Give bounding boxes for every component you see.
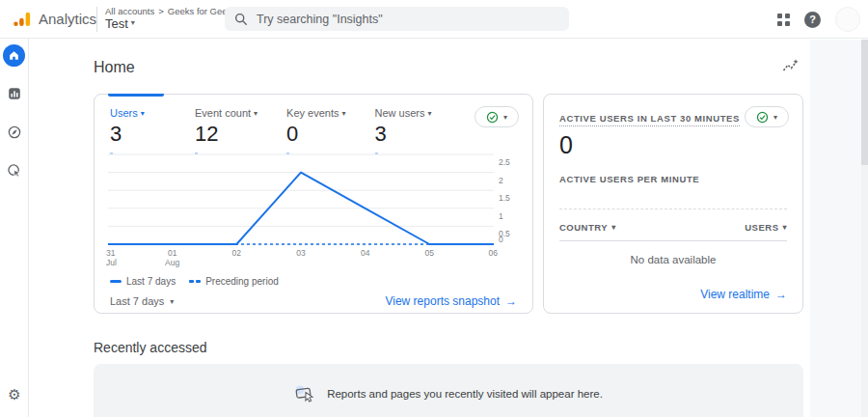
recently-accessed-panel: Reports and pages you recently visited w…	[94, 364, 803, 417]
view-reports-snapshot-link[interactable]: View reports snapshot →	[385, 294, 517, 308]
chevron-down-icon: ▾	[131, 19, 135, 28]
admin-gear-icon[interactable]: ⚙	[0, 386, 29, 403]
metric-tabs: Users ▾ 3 Event count ▾ 12 Key events ▾	[95, 95, 532, 154]
legend-item-last-7-days: Last 7 days	[110, 276, 176, 287]
top-header: Analytics All accounts > Geeks for Geeks…	[0, 0, 868, 39]
sidebar-item-home[interactable]	[3, 44, 25, 67]
svg-text:1.5: 1.5	[499, 193, 510, 203]
metric-tab-event-count[interactable]: Event count ▾ 12	[195, 107, 258, 154]
solid-line-swatch	[110, 280, 122, 283]
column-label: COUNTRY	[559, 222, 608, 233]
view-realtime-link[interactable]: View realtime →	[700, 288, 787, 301]
chart-legend: Last 7 days Preceding period	[110, 276, 279, 287]
svg-text:03: 03	[296, 248, 306, 258]
data-quality-button[interactable]: ▾	[745, 106, 789, 127]
insights-button[interactable]	[779, 55, 800, 76]
breadcrumb-root: All accounts	[105, 7, 154, 16]
data-quality-button[interactable]: ▾	[475, 106, 519, 127]
chevron-down-icon[interactable]: ▾	[342, 109, 346, 118]
metric-tab-key-events[interactable]: Key events ▾ 0	[286, 107, 345, 154]
recently-accessed-empty-text: Reports and pages you recently visited w…	[327, 388, 603, 400]
overview-card: Users ▾ 3 Event count ▾ 12 Key events ▾	[94, 94, 533, 314]
explore-icon	[7, 125, 22, 140]
metric-value: 3	[375, 122, 432, 147]
recently-accessed-title: Recently accessed	[94, 340, 207, 355]
help-icon[interactable]: ?	[804, 12, 821, 28]
svg-text:2.5: 2.5	[499, 157, 510, 167]
svg-text:31: 31	[106, 248, 116, 258]
breadcrumb-separator-icon: >	[158, 7, 164, 16]
metric-label: Users	[110, 107, 138, 119]
svg-text:06: 06	[489, 248, 499, 258]
search-placeholder: Try searching "Insights"	[257, 13, 383, 26]
svg-text:05: 05	[425, 248, 435, 258]
search-icon	[234, 13, 248, 26]
sidebar-item-reports[interactable]	[3, 82, 26, 105]
no-data-message: No data available	[559, 254, 787, 265]
link-label: View reports snapshot	[385, 294, 500, 308]
svg-text:2: 2	[499, 176, 503, 185]
active-users-value: 0	[559, 131, 787, 159]
metric-value: 0	[286, 122, 345, 147]
country-column-header[interactable]: COUNTRY ▾	[559, 222, 616, 233]
page-title: Home	[94, 59, 135, 76]
svg-text:01: 01	[168, 248, 177, 258]
svg-text:1: 1	[499, 211, 503, 221]
breadcrumb: All accounts > Geeks for Geeks	[105, 7, 236, 16]
chevron-down-icon[interactable]: ▾	[428, 109, 432, 118]
metric-label: New users	[375, 107, 425, 119]
analytics-app: Analytics All accounts > Geeks for Geeks…	[0, 0, 868, 417]
advertising-icon	[7, 163, 22, 179]
date-range-selector[interactable]: Last 7 days ▾	[110, 295, 174, 307]
search-input[interactable]: Try searching "Insights"	[225, 7, 569, 31]
chevron-down-icon[interactable]: ▾	[141, 109, 145, 118]
svg-text:0.5: 0.5	[499, 229, 510, 238]
column-label: USERS	[745, 222, 778, 233]
svg-text:02: 02	[232, 248, 242, 258]
apps-grid-icon[interactable]	[777, 14, 790, 26]
avatar[interactable]	[835, 7, 860, 32]
overview-chart: 00.511.522.531Jul01Aug0203040506	[100, 151, 529, 270]
metric-label: Key events	[286, 107, 339, 119]
arrow-right-icon: →	[505, 294, 517, 308]
legend-label: Last 7 days	[126, 276, 176, 287]
sidebar-item-explore[interactable]	[3, 121, 26, 144]
legend-item-preceding-period: Preceding period	[189, 276, 279, 287]
chevron-down-icon: ▾	[611, 223, 616, 232]
check-circle-icon	[486, 111, 499, 124]
per-minute-label: ACTIVE USERS PER MINUTE	[559, 174, 787, 184]
date-range-label: Last 7 days	[110, 295, 164, 307]
nav-sidebar: ⚙	[0, 39, 29, 417]
metric-value: 12	[195, 122, 258, 147]
users-column-header[interactable]: USERS ▾	[745, 222, 787, 233]
svg-text:04: 04	[361, 248, 370, 258]
metric-tab-new-users[interactable]: New users ▾ 3	[375, 107, 432, 154]
realtime-card: ACTIVE USERS IN LAST 30 MINUTES ▾ 0 ACTI…	[543, 94, 803, 314]
svg-text:Aug: Aug	[165, 258, 179, 267]
scrollbar-track[interactable]	[861, 40, 868, 417]
chevron-down-icon: ▾	[503, 113, 507, 122]
chevron-down-icon: ▾	[170, 297, 174, 306]
reports-icon	[7, 86, 22, 101]
right-gutter	[810, 40, 861, 417]
metric-value: 3	[110, 122, 166, 147]
active-metric-indicator	[108, 94, 164, 97]
chevron-down-icon: ▾	[782, 223, 787, 232]
arrow-right-icon: →	[775, 288, 787, 301]
realtime-title: ACTIVE USERS IN LAST 30 MINUTES	[559, 113, 740, 126]
metric-tab-users[interactable]: Users ▾ 3	[110, 107, 166, 154]
per-minute-chart	[559, 184, 787, 209]
dashed-line-swatch	[189, 280, 201, 283]
chevron-down-icon[interactable]: ▾	[254, 109, 258, 118]
link-label: View realtime	[700, 288, 770, 301]
analytics-logo[interactable]: Analytics	[0, 10, 96, 29]
legend-label: Preceding period	[205, 276, 279, 287]
chevron-down-icon: ▾	[773, 113, 777, 122]
header-divider	[96, 7, 97, 32]
home-icon	[8, 49, 20, 62]
scrollbar-thumb[interactable]	[861, 40, 868, 165]
analytics-logo-icon	[13, 10, 31, 29]
account-switcher[interactable]: All accounts > Geeks for Geeks Test ▾	[105, 7, 236, 31]
metric-label: Event count	[195, 107, 251, 119]
sidebar-item-advertising[interactable]	[3, 159, 26, 182]
